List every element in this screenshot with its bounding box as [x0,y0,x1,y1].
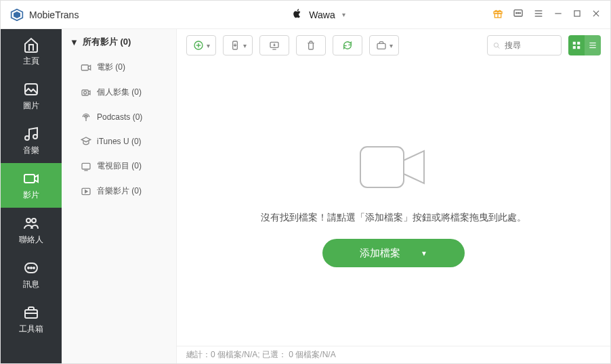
video-camera-icon [356,140,431,197]
chevron-down-icon: ▾ [342,11,345,18]
add-file-button[interactable]: 添加檔案 ▼ [322,239,465,267]
svg-rect-41 [377,43,385,49]
view-toggle [568,35,601,55]
category-item-label: 音樂影片 (0) [97,185,142,197]
status-text: 總計：0 個檔案/N/A; 已選： 0 個檔案/N/A [186,349,336,361]
chevron-down-icon: ▾ [389,42,393,49]
svg-rect-47 [577,46,580,49]
menu-icon[interactable] [533,8,544,22]
svg-rect-28 [82,90,88,95]
search-icon [493,41,501,50]
svg-point-30 [85,116,87,118]
svg-point-18 [33,135,37,139]
svg-point-23 [28,267,29,269]
app-title: MobieTrans [29,9,79,20]
svg-marker-34 [85,190,87,193]
feedback-icon[interactable] [513,8,524,22]
category-item-homevideos[interactable]: 個人影集 (0) [62,80,176,105]
category-item-podcasts[interactable]: Podcasts (0) [62,105,176,129]
title-bar-left: MobieTrans [10,8,146,22]
add-button[interactable]: ▾ [186,35,216,55]
sidebar: 主頁 圖片 音樂 影片 聯絡人 訊息 [1,29,62,363]
category-header-label: 所有影片 (0) [83,36,131,48]
sidebar-item-photos[interactable]: 圖片 [1,74,62,118]
folder-button[interactable]: ▾ [369,35,399,55]
svg-point-17 [25,136,29,140]
svg-rect-27 [81,65,88,70]
chevron-down-icon: ▾ [243,42,247,49]
sidebar-item-home[interactable]: 主頁 [1,29,62,74]
svg-rect-13 [574,10,580,16]
apple-icon [293,9,302,21]
sidebar-item-contacts[interactable]: 聯絡人 [1,208,62,252]
list-view-button[interactable] [585,35,601,55]
sidebar-item-toolbox[interactable]: 工具箱 [1,297,62,342]
device-name: Wawa [309,9,335,20]
svg-rect-51 [360,147,404,187]
search-box[interactable] [487,35,562,55]
triangle-down-icon: ▼ [421,250,427,257]
svg-rect-45 [577,42,580,45]
category-item-tvshows[interactable]: 電視節目 (0) [62,154,176,179]
svg-rect-19 [24,175,35,183]
svg-point-24 [30,267,32,269]
svg-point-7 [518,12,518,13]
export-to-pc-button[interactable] [259,35,289,55]
chevron-down-icon: ▾ [207,42,210,49]
svg-rect-31 [82,163,90,169]
category-item-movies[interactable]: 電影 (0) [62,55,176,80]
minimize-button[interactable] [553,9,563,21]
title-bar: MobieTrans Wawa ▾ [1,1,610,29]
app-logo-icon [10,8,24,22]
category-item-label: 電影 (0) [97,62,125,73]
category-item-itunesu[interactable]: iTunes U (0) [62,129,176,154]
svg-line-43 [498,46,500,48]
svg-point-29 [84,91,87,94]
sidebar-item-label: 聯絡人 [19,234,43,246]
export-to-device-button[interactable]: ▾ [223,35,253,55]
sidebar-item-videos[interactable]: 影片 [1,163,62,208]
delete-button[interactable] [296,35,326,55]
add-file-button-label: 添加檔案 [360,247,400,260]
triangle-down-icon: ▼ [70,37,79,47]
maximize-button[interactable] [572,9,582,21]
category-list: 電影 (0) 個人影集 (0) Podcasts (0) iTunes U (0… [62,55,176,204]
category-item-label: 個人影集 (0) [97,87,142,98]
svg-point-42 [494,43,498,47]
svg-point-21 [32,219,36,223]
toolbar: ▾ ▾ ▾ [177,29,610,62]
svg-point-20 [26,219,30,223]
category-item-label: Podcasts (0) [97,112,142,122]
main-area: ▾ ▾ ▾ [177,29,610,363]
search-input[interactable] [505,41,555,50]
sidebar-item-music[interactable]: 音樂 [1,118,62,163]
sidebar-item-label: 主頁 [23,55,39,67]
gift-icon[interactable] [492,8,503,22]
svg-point-25 [33,267,35,269]
title-bar-right [492,8,601,22]
svg-rect-46 [573,46,576,49]
svg-point-6 [516,12,517,13]
refresh-button[interactable] [333,35,362,55]
svg-marker-1 [14,12,20,18]
grid-view-button[interactable] [568,35,585,55]
category-item-label: iTunes U (0) [97,137,142,146]
category-header[interactable]: ▼ 所有影片 (0) [62,29,176,55]
app-body: 主頁 圖片 音樂 影片 聯絡人 訊息 [1,29,610,363]
sidebar-item-label: 訊息 [23,279,39,290]
empty-message: 沒有找到檔案！請點選「添加檔案」按鈕或將檔案拖曳到此處。 [261,212,526,224]
category-item-label: 電視節目 (0) [97,160,142,172]
svg-rect-44 [573,42,576,45]
close-button[interactable] [591,9,601,21]
svg-point-8 [520,12,520,13]
device-selector[interactable]: Wawa ▾ [146,9,492,21]
app-window: MobieTrans Wawa ▾ [0,0,611,364]
sidebar-item-label: 音樂 [23,145,39,156]
sidebar-item-label: 工具箱 [19,323,43,335]
sidebar-item-label: 影片 [23,189,39,201]
status-bar: 總計：0 個檔案/N/A; 已選： 0 個檔案/N/A [177,346,610,363]
category-panel: ▼ 所有影片 (0) 電影 (0) 個人影集 (0) Podcasts (0) [62,29,177,363]
sidebar-item-label: 圖片 [23,100,39,112]
sidebar-item-messages[interactable]: 訊息 [1,252,62,297]
category-item-musicvideos[interactable]: 音樂影片 (0) [62,179,176,204]
